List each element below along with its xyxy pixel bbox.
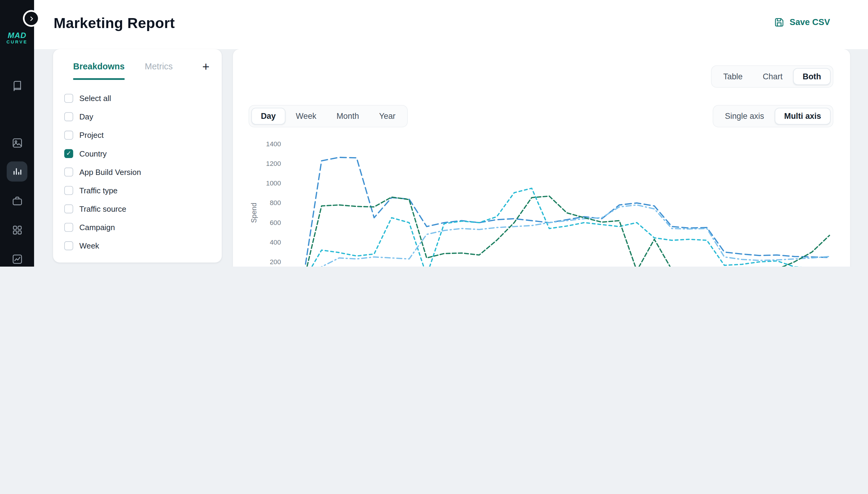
breakdown-label: Week (79, 241, 99, 250)
option-chart[interactable]: Chart (753, 68, 792, 85)
save-csv-button[interactable]: Save CSV (770, 16, 833, 28)
breakdown-item-traffic-source[interactable]: Traffic source (64, 200, 211, 218)
report-card: TableChartBoth DayWeekMonthYear Single a… (233, 49, 850, 267)
breakdown-item-traffic-type[interactable]: Traffic type (64, 181, 211, 200)
svg-text:800: 800 (270, 199, 281, 207)
svg-text:1400: 1400 (266, 140, 281, 148)
analytics-icon (12, 166, 23, 177)
svg-text:600: 600 (270, 219, 281, 227)
sidebar-item-media-chart[interactable] (7, 249, 27, 267)
axis-toggle: Single axisMulti axis (713, 105, 833, 127)
option-month[interactable]: Month (327, 108, 369, 125)
madcurve-logo: MAD CURVE (0, 31, 34, 45)
page-title: Marketing Report (54, 15, 175, 32)
breakdown-item-app-build-version[interactable]: App Build Version (64, 163, 211, 181)
option-multi-axis[interactable]: Multi axis (775, 108, 831, 125)
breakdowns-panel: Breakdowns Metrics + Select allDayProjec… (53, 49, 222, 262)
checkbox[interactable] (64, 223, 73, 232)
sidebar-item-analytics[interactable] (7, 162, 27, 182)
add-tab-button[interactable]: + (202, 61, 210, 73)
series-germany (287, 196, 829, 267)
breakdown-label: Traffic type (79, 186, 118, 195)
checkbox[interactable] (64, 186, 73, 195)
sidebar-collapse-button[interactable] (24, 12, 38, 25)
checkbox[interactable] (64, 112, 73, 121)
option-both[interactable]: Both (793, 68, 831, 85)
breakdown-label: Traffic source (79, 204, 127, 213)
spend-chart: 0200400600800100012001400Spend2022-10-30… (249, 137, 841, 267)
svg-text:400: 400 (270, 239, 281, 246)
tab-metrics[interactable]: Metrics (145, 61, 173, 80)
media-chart-icon (12, 254, 23, 265)
sidebar-item-image[interactable] (7, 133, 27, 153)
option-week[interactable]: Week (286, 108, 326, 125)
checkbox[interactable]: ✓ (64, 149, 73, 158)
option-table[interactable]: Table (714, 68, 752, 85)
sidebar-item-book[interactable] (7, 76, 27, 96)
svg-text:200: 200 (270, 258, 281, 266)
breakdown-label: Select all (79, 94, 111, 102)
checkbox[interactable] (64, 241, 73, 250)
breakdown-item-select-all[interactable]: Select all (64, 89, 211, 107)
breakdown-item-week[interactable]: Week (64, 236, 211, 254)
svg-text:Spend: Spend (250, 203, 258, 223)
checkbox[interactable] (64, 204, 73, 213)
image-icon (12, 137, 23, 149)
breakdown-item-country[interactable]: ✓Country (64, 144, 211, 163)
breakdown-label: Country (79, 149, 107, 158)
sidebar-item-apps[interactable] (7, 220, 27, 240)
checkbox[interactable] (64, 130, 73, 139)
checkbox[interactable] (64, 167, 73, 176)
sidebar-item-briefcase[interactable] (7, 191, 27, 211)
granularity-toggle: DayWeekMonthYear (249, 105, 408, 127)
breakdown-item-campaign[interactable]: Campaign (64, 218, 211, 236)
svg-text:1000: 1000 (266, 179, 281, 187)
book-icon (12, 80, 23, 92)
logo-text-mad: MAD (0, 31, 34, 39)
breakdown-label: Project (79, 130, 104, 139)
panel-tabs: Breakdowns Metrics + (53, 49, 222, 80)
option-day[interactable]: Day (251, 108, 285, 125)
briefcase-icon (12, 195, 23, 207)
breakdown-list: Select allDayProject✓CountryApp Build Ve… (53, 80, 222, 255)
apps-icon (12, 225, 23, 236)
breakdown-label: Campaign (79, 223, 115, 232)
tab-breakdowns[interactable]: Breakdowns (73, 61, 125, 80)
option-year[interactable]: Year (370, 108, 405, 125)
svg-text:1200: 1200 (266, 160, 281, 167)
app-window: MAD CURVE E.E Marketing Report Save CSV … (0, 0, 868, 267)
save-icon (773, 17, 785, 28)
checkbox[interactable] (64, 94, 73, 102)
series-united-states (287, 157, 829, 267)
breakdown-item-project[interactable]: Project (64, 126, 211, 144)
chevron-right-icon (28, 15, 34, 21)
breakdown-label: Day (79, 112, 93, 121)
series-france (287, 205, 829, 267)
breakdown-label: App Build Version (79, 167, 141, 176)
sidebar: MAD CURVE E.E (0, 0, 34, 267)
option-single-axis[interactable]: Single axis (715, 108, 774, 125)
view-toggle: TableChartBoth (711, 65, 833, 88)
breakdown-item-day[interactable]: Day (64, 107, 211, 126)
top-bar: Marketing Report Save CSV (34, 0, 868, 49)
save-csv-label: Save CSV (790, 17, 830, 27)
logo-text-curve: CURVE (0, 40, 34, 45)
